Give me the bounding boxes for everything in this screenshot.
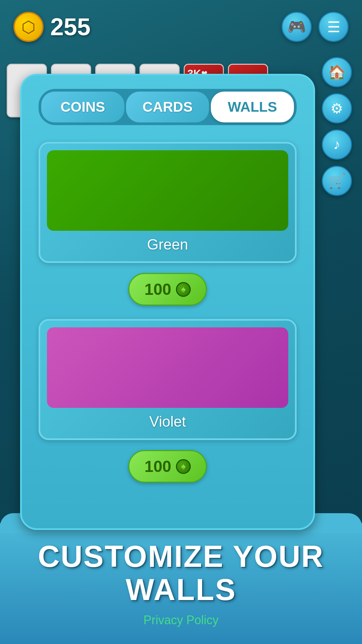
gamepad-button[interactable]: 🎮 — [282, 12, 312, 42]
price-text-green: 100 — [144, 280, 171, 299]
tab-cards[interactable]: CARDS — [126, 92, 209, 122]
bottom-banner: CUSTOMIZE YOUR WALLS Privacy Policy — [0, 523, 362, 644]
header: ⬡ 255 🎮 ☰ — [0, 0, 362, 54]
menu-button[interactable]: ☰ — [318, 12, 349, 42]
price-text-violet: 100 — [144, 457, 171, 476]
header-buttons: 🎮 ☰ — [282, 12, 349, 42]
wall-color-green — [47, 150, 288, 231]
customize-modal: COINS CARDS WALLS Green 100 ♠ Violet 100… — [20, 74, 315, 530]
price-coin-icon-violet: ♠ — [176, 459, 191, 474]
shop-button[interactable]: 🛒 — [322, 166, 352, 196]
wall-name-green: Green — [47, 236, 288, 253]
banner-line1: CUSTOMIZE YOUR — [38, 540, 324, 573]
price-button-green[interactable]: 100 ♠ — [128, 273, 207, 306]
sidebar-icons: 🏠 ⚙ ♪ 🛒 — [322, 57, 352, 196]
coin-icon: ⬡ — [13, 12, 44, 42]
coin-count: 255 — [50, 13, 90, 41]
wall-item-green: Green — [39, 142, 297, 263]
wall-name-violet: Violet — [47, 413, 288, 430]
banner-line2: WALLS — [126, 573, 236, 606]
tabs-container: COINS CARDS WALLS — [39, 89, 297, 125]
wall-color-violet — [47, 327, 288, 408]
privacy-policy-link[interactable]: Privacy Policy — [143, 613, 219, 627]
home-button[interactable]: 🏠 — [322, 57, 352, 87]
price-button-violet[interactable]: 100 ♠ — [128, 450, 207, 483]
music-button[interactable]: ♪ — [322, 129, 352, 160]
price-coin-icon-green: ♠ — [176, 282, 191, 297]
tab-coins[interactable]: COINS — [41, 92, 124, 122]
banner-title: CUSTOMIZE YOUR WALLS — [38, 540, 324, 606]
settings-button[interactable]: ⚙ — [322, 93, 352, 123]
tab-walls[interactable]: WALLS — [211, 92, 294, 122]
wall-item-violet: Violet — [39, 319, 297, 440]
